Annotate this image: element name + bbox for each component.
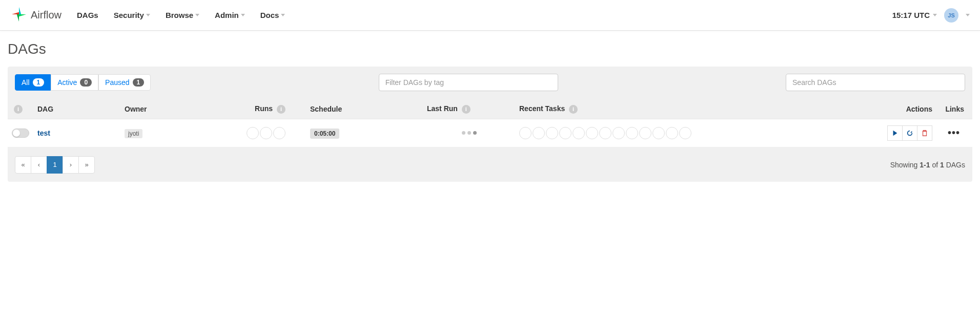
- info-icon[interactable]: i: [14, 105, 23, 114]
- chevron-down-icon: [281, 14, 285, 16]
- chevron-down-icon: [966, 14, 970, 16]
- task-status-circle[interactable]: [519, 127, 532, 139]
- page-number-button[interactable]: 1: [47, 156, 63, 174]
- time-text: 15:17 UTC: [892, 11, 930, 19]
- col-owner: Owner: [120, 99, 223, 119]
- run-status-circle[interactable]: [273, 127, 285, 139]
- nav-links: DAGs Security Browse Admin Docs: [77, 11, 285, 19]
- filter-all-button[interactable]: All 1: [15, 74, 51, 91]
- nav-dags-label: DAGs: [77, 11, 98, 19]
- task-status-circle[interactable]: [586, 127, 598, 139]
- nav-security[interactable]: Security: [114, 11, 150, 19]
- page-first-button[interactable]: «: [15, 156, 31, 174]
- showing-of: of: [930, 161, 940, 169]
- footer-row: « ‹ 1 › » Showing 1-1 of 1 DAGs: [8, 147, 972, 182]
- trigger-dag-button[interactable]: [887, 125, 903, 141]
- info-icon[interactable]: i: [462, 105, 471, 114]
- tag-filter-input[interactable]: [379, 74, 558, 91]
- brand-name: Airflow: [31, 9, 62, 21]
- recent-tasks-circles: [519, 127, 879, 139]
- airflow-logo-icon: [10, 6, 28, 25]
- task-status-circle[interactable]: [533, 127, 545, 139]
- showing-suffix: DAGs: [944, 161, 965, 169]
- task-status-circle[interactable]: [559, 127, 571, 139]
- task-status-circle[interactable]: [639, 127, 651, 139]
- more-links-button[interactable]: •••: [944, 127, 964, 138]
- page-last-button[interactable]: »: [78, 156, 95, 174]
- page-container: DAGs All 1 Active 0 Paused 1: [0, 31, 980, 192]
- info-icon[interactable]: i: [277, 105, 285, 114]
- filter-active-label: Active: [57, 78, 77, 87]
- col-dag: DAG: [33, 99, 120, 119]
- dags-panel: All 1 Active 0 Paused 1: [8, 67, 972, 182]
- filter-paused-label: Paused: [105, 78, 129, 87]
- info-icon[interactable]: i: [569, 105, 578, 114]
- runs-circles: [227, 127, 285, 139]
- nav-docs-label: Docs: [260, 11, 279, 19]
- search-filter-wrapper: [786, 74, 965, 91]
- task-status-circle[interactable]: [546, 127, 558, 139]
- run-status-circle[interactable]: [260, 127, 272, 139]
- col-runs: Runs: [255, 104, 273, 113]
- nav-docs[interactable]: Docs: [260, 11, 285, 19]
- nav-right: 15:17 UTC JS: [892, 8, 970, 23]
- pagination: « ‹ 1 › »: [15, 156, 95, 174]
- nav-security-label: Security: [114, 11, 144, 19]
- nav-browse-label: Browse: [166, 11, 193, 19]
- task-status-circle[interactable]: [612, 127, 625, 139]
- filter-paused-button[interactable]: Paused 1: [98, 74, 151, 91]
- delete-dag-button[interactable]: [917, 125, 932, 141]
- task-status-circle[interactable]: [679, 127, 691, 139]
- chevron-down-icon: [195, 14, 199, 16]
- task-status-circle[interactable]: [666, 127, 678, 139]
- showing-prefix: Showing: [890, 161, 920, 169]
- chevron-down-icon: [933, 14, 937, 16]
- task-status-circle[interactable]: [626, 127, 638, 139]
- page-next-button[interactable]: ›: [63, 156, 79, 174]
- tag-filter-wrapper: [379, 74, 558, 91]
- chevron-down-icon: [241, 14, 245, 16]
- col-actions: Actions: [883, 99, 936, 119]
- page-prev-button[interactable]: ‹: [31, 156, 47, 174]
- filter-active-count: 0: [80, 78, 92, 87]
- nav-admin[interactable]: Admin: [215, 11, 245, 19]
- refresh-dag-button[interactable]: [902, 125, 917, 141]
- col-schedule: Schedule: [290, 99, 423, 119]
- nav-admin-label: Admin: [215, 11, 239, 19]
- schedule-chip[interactable]: 0:05:00: [310, 129, 339, 139]
- showing-total: 1: [940, 161, 944, 169]
- dags-table: i DAG Owner Runs i Schedule Last Run i R…: [8, 99, 972, 147]
- showing-range: 1-1: [920, 161, 930, 169]
- last-run-loading: [427, 131, 511, 135]
- filter-button-group: All 1 Active 0 Paused 1: [15, 74, 151, 91]
- showing-text: Showing 1-1 of 1 DAGs: [890, 161, 965, 169]
- col-last-run: Last Run: [427, 104, 458, 113]
- task-status-circle[interactable]: [573, 127, 585, 139]
- dag-toggle[interactable]: [12, 129, 29, 138]
- play-icon: [891, 130, 899, 137]
- refresh-icon: [906, 130, 913, 137]
- col-recent-tasks: Recent Tasks: [519, 104, 565, 113]
- navbar: Airflow DAGs Security Browse Admin Docs …: [0, 0, 980, 31]
- nav-browse[interactable]: Browse: [166, 11, 199, 19]
- dag-name-link[interactable]: test: [37, 129, 50, 137]
- task-status-circle[interactable]: [599, 127, 611, 139]
- filter-paused-count: 1: [133, 78, 145, 87]
- col-links: Links: [936, 99, 972, 119]
- table-row: test jyoti 0:05:00: [8, 119, 972, 147]
- page-title: DAGs: [8, 41, 972, 57]
- filter-all-label: All: [22, 78, 30, 87]
- filter-all-count: 1: [33, 78, 45, 87]
- trash-icon: [921, 130, 928, 137]
- filter-active-button[interactable]: Active 0: [51, 74, 98, 91]
- nav-dags[interactable]: DAGs: [77, 11, 98, 19]
- filter-row: All 1 Active 0 Paused 1: [8, 67, 972, 99]
- brand[interactable]: Airflow: [10, 6, 62, 25]
- search-dags-input[interactable]: [786, 74, 965, 91]
- owner-chip[interactable]: jyoti: [125, 129, 142, 138]
- time-display[interactable]: 15:17 UTC: [892, 11, 937, 19]
- task-status-circle[interactable]: [652, 127, 665, 139]
- user-avatar[interactable]: JS: [944, 8, 958, 23]
- run-status-circle[interactable]: [247, 127, 259, 139]
- chevron-down-icon: [146, 14, 150, 16]
